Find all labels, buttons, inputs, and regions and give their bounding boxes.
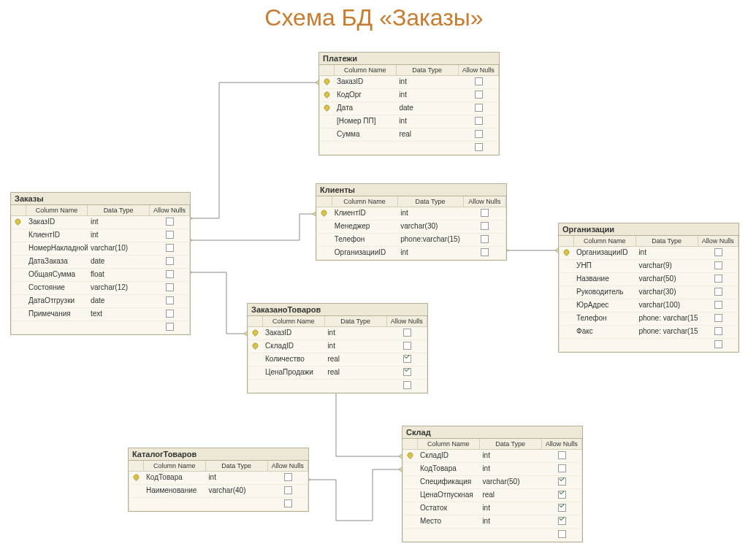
column-name: ОрганизацииID [332, 247, 397, 259]
table-row[interactable]: Менеджерvarchar(30) [316, 220, 506, 234]
checkbox-icon [166, 296, 174, 304]
table-row[interactable]: Датаdate [319, 102, 499, 115]
table-row[interactable]: Местоint [402, 515, 582, 529]
allow-nulls-cell [542, 515, 582, 528]
entity-zakazy[interactable]: ЗаказыColumn NameData TypeAllow NullsЗак… [10, 192, 191, 335]
page-title: Схема БД «Заказы» [0, 4, 748, 31]
table-row[interactable]: КодТовараint [129, 472, 308, 485]
entity-platezhi[interactable]: ПлатежиColumn NameData TypeAllow NullsЗа… [318, 52, 500, 156]
relationship-connector [189, 272, 247, 334]
pk-cell [129, 498, 143, 510]
checkbox-icon [714, 314, 722, 322]
table-row[interactable]: СкладIDint [402, 450, 582, 463]
entity-title[interactable]: Платежи [319, 53, 499, 65]
checkbox-icon [403, 381, 411, 389]
column-name: НомерНакладной [26, 242, 88, 255]
table-row[interactable]: ОбщаяСуммаfloat [11, 269, 190, 282]
header-type: Data Type [480, 439, 542, 449]
entity-sklad[interactable]: СкладColumn NameData TypeAllow NullsСкла… [402, 426, 583, 542]
checkbox-icon [558, 491, 566, 499]
entity-title[interactable]: ЗаказаноТоваров [248, 304, 427, 316]
column-name: ЗаказID [334, 76, 396, 88]
table-row[interactable]: ЗаказIDint [319, 76, 499, 89]
column-name: ЮрАдрес [573, 299, 636, 312]
entity-organizatsii[interactable]: ОрганизацииColumn NameData TypeAllow Nul… [558, 223, 739, 353]
entity-title[interactable]: КаталогТоваров [129, 448, 308, 461]
table-row[interactable]: ДатаОтгрузкиdate [11, 295, 190, 308]
primary-key-icon [320, 209, 328, 217]
entity-column-headers: Column NameData TypeAllow Nulls [316, 196, 506, 207]
table-row[interactable]: КлиентIDint [316, 207, 506, 220]
column-type: real [479, 489, 541, 502]
table-row[interactable] [319, 142, 499, 155]
allow-nulls-cell [150, 295, 190, 307]
entity-title[interactable]: Клиенты [316, 184, 506, 196]
table-row[interactable]: Названиеvarchar(50) [559, 273, 739, 286]
table-row[interactable]: Суммаreal [319, 129, 499, 142]
checkbox-icon [475, 91, 483, 99]
header-type: Data Type [398, 196, 464, 207]
pk-cell [316, 220, 332, 233]
table-row[interactable]: Руководительvarchar(30) [559, 286, 739, 299]
table-row[interactable]: КодОргint [319, 89, 499, 102]
table-row[interactable]: ЮрАдресvarchar(100) [559, 299, 739, 312]
table-row[interactable]: Примечанияtext [11, 308, 190, 321]
table-row[interactable]: КодТовараint [402, 463, 582, 476]
column-type: int [205, 472, 267, 484]
table-row[interactable]: ОрганизацииIDint [559, 247, 739, 260]
pk-cell [402, 476, 417, 488]
header-name: Column Name [574, 236, 636, 246]
table-row[interactable] [129, 498, 308, 511]
table-row[interactable]: СкладIDint [248, 340, 427, 353]
entity-title[interactable]: Заказы [11, 193, 190, 205]
table-row[interactable]: Спецификацияvarchar(50) [402, 476, 582, 489]
pk-cell [316, 234, 332, 246]
allow-nulls-cell [542, 450, 582, 462]
entity-title[interactable]: Организации [559, 223, 739, 236]
column-type: varchar(9) [636, 260, 698, 272]
checkbox-icon [558, 504, 566, 512]
table-row[interactable]: УНПvarchar(9) [559, 260, 739, 273]
table-row[interactable] [402, 529, 582, 542]
table-row[interactable]: ЗаказIDint [248, 327, 427, 340]
table-row[interactable]: ОрганизацииIDint [316, 247, 506, 260]
column-name [417, 529, 479, 541]
table-row[interactable] [11, 321, 190, 334]
column-type: varchar(10) [88, 242, 150, 255]
checkbox-icon [166, 244, 174, 252]
table-row[interactable]: ЦенаПродажиreal [248, 367, 427, 380]
table-row[interactable]: КлиентIDint [11, 229, 190, 242]
table-row[interactable]: Телефонphone: varchar(15) [559, 312, 739, 326]
table-row[interactable]: Количествоreal [248, 353, 427, 367]
allow-nulls-cell [150, 321, 190, 334]
table-row[interactable] [559, 339, 739, 352]
pk-cell [11, 295, 26, 307]
table-row[interactable]: Телефонphone:varchar(15) [316, 234, 506, 247]
entity-title[interactable]: Склад [402, 426, 582, 439]
table-row[interactable]: Факсphone: varchar(15) [559, 326, 739, 339]
table-row[interactable]: ЦенаОтпускнаяreal [402, 489, 582, 502]
primary-key-icon [323, 77, 331, 85]
pk-cell [559, 299, 573, 312]
column-type: real [396, 129, 458, 141]
table-row[interactable] [248, 380, 427, 393]
column-type [479, 529, 541, 541]
table-row[interactable]: ЗаказIDint [11, 216, 190, 229]
column-type: int [88, 229, 150, 242]
table-row[interactable]: Остатокint [402, 502, 582, 515]
table-row[interactable]: Наименованиеvarchar(40) [129, 485, 308, 498]
entity-katalog[interactable]: КаталогТоваровColumn NameData TypeAllow … [128, 448, 309, 512]
pk-cell [559, 339, 573, 351]
allow-nulls-cell [459, 129, 499, 141]
column-name: КодТовара [143, 472, 205, 484]
primary-key-icon [323, 104, 331, 112]
allow-nulls-cell [698, 312, 739, 325]
entity-zakazano[interactable]: ЗаказаноТоваровColumn NameData TypeAllow… [247, 303, 428, 394]
entity-klienty[interactable]: КлиентыColumn NameData TypeAllow NullsКл… [316, 183, 507, 261]
table-row[interactable]: [Номер ПП]int [319, 115, 499, 129]
table-row[interactable]: ДатаЗаказаdate [11, 256, 190, 269]
column-type: int [479, 502, 541, 515]
table-row[interactable]: Состояниеvarchar(12) [11, 282, 190, 295]
pk-cell [559, 273, 573, 285]
table-row[interactable]: НомерНакладнойvarchar(10) [11, 242, 190, 256]
